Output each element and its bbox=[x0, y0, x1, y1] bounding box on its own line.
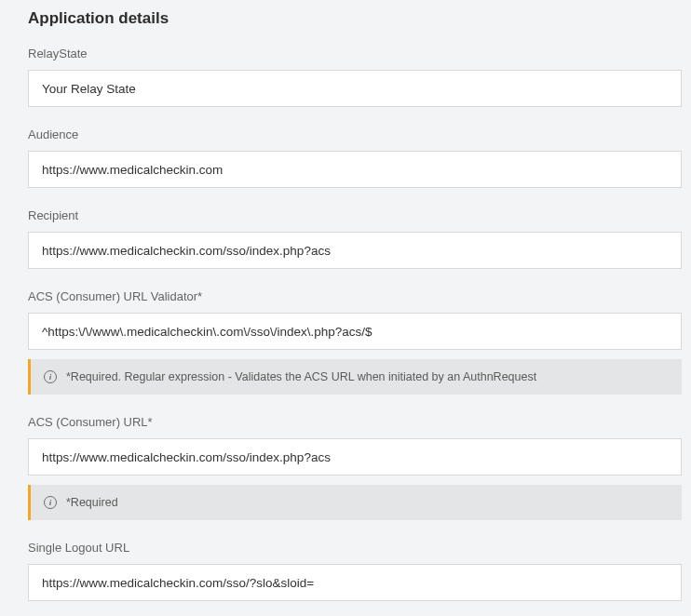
audience-input[interactable] bbox=[28, 151, 682, 188]
acs-validator-label: ACS (Consumer) URL Validator* bbox=[28, 289, 682, 303]
recipient-group: Recipient bbox=[28, 208, 682, 269]
acs-validator-group: ACS (Consumer) URL Validator* i *Require… bbox=[28, 289, 682, 395]
acs-url-helper-text: *Required bbox=[66, 496, 118, 509]
relay-state-label: RelayState bbox=[28, 47, 682, 60]
acs-validator-helper: i *Required. Regular expression - Valida… bbox=[28, 359, 682, 395]
acs-validator-input[interactable] bbox=[28, 313, 682, 350]
info-icon: i bbox=[44, 370, 57, 383]
relay-state-group: RelayState bbox=[28, 47, 682, 107]
acs-url-label: ACS (Consumer) URL* bbox=[28, 415, 682, 429]
acs-url-group: ACS (Consumer) URL* i *Required bbox=[28, 415, 682, 520]
single-logout-group: Single Logout URL bbox=[28, 541, 682, 601]
section-title: Application details bbox=[28, 9, 682, 28]
acs-url-helper: i *Required bbox=[28, 485, 682, 520]
info-icon: i bbox=[44, 496, 57, 509]
single-logout-input[interactable] bbox=[28, 564, 682, 601]
acs-url-input[interactable] bbox=[28, 438, 682, 475]
relay-state-input[interactable] bbox=[28, 70, 682, 107]
single-logout-label: Single Logout URL bbox=[28, 541, 682, 555]
audience-label: Audience bbox=[28, 127, 682, 141]
recipient-label: Recipient bbox=[28, 208, 682, 222]
recipient-input[interactable] bbox=[28, 232, 682, 269]
acs-validator-helper-text: *Required. Regular expression - Validate… bbox=[66, 370, 536, 383]
audience-group: Audience bbox=[28, 127, 682, 188]
